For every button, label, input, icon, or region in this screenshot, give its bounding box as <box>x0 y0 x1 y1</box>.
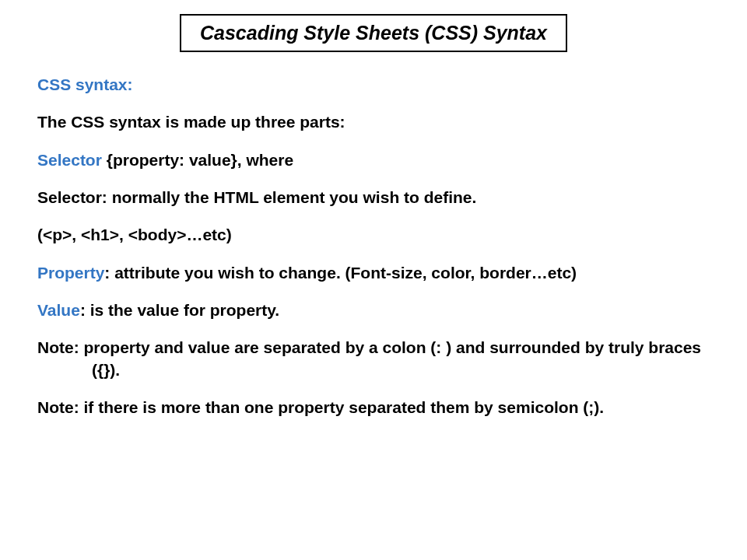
text-line: Selector: normally the HTML element you … <box>37 187 716 208</box>
text-line: Value: is the value for property. <box>37 299 716 321</box>
content-body: CSS syntax: The CSS syntax is made up th… <box>31 74 716 418</box>
keyword-value: Value <box>37 301 80 319</box>
text-line: Note: property and value are separated b… <box>37 337 716 381</box>
text-line: The CSS syntax is made up three parts: <box>37 111 716 133</box>
keyword-selector: Selector <box>37 151 107 169</box>
text-line: (<p>, <h1>, <body>…etc) <box>37 224 716 246</box>
text-span: : is the value for property. <box>80 301 279 319</box>
text-line: CSS syntax: <box>37 74 716 96</box>
page-title: Cascading Style Sheets (CSS) Syntax <box>200 22 547 44</box>
text-span: : attribute you wish to change. (Font-si… <box>104 264 577 282</box>
text-line: Selector {property: value}, where <box>37 149 716 171</box>
keyword-property: Property <box>37 264 104 282</box>
heading-css-syntax: CSS syntax: <box>37 75 133 93</box>
title-box: Cascading Style Sheets (CSS) Syntax <box>180 14 567 52</box>
text-line: Property: attribute you wish to change. … <box>37 262 716 284</box>
text-span: {property: value}, where <box>107 151 293 169</box>
text-line: Note: if there is more than one property… <box>37 397 716 418</box>
